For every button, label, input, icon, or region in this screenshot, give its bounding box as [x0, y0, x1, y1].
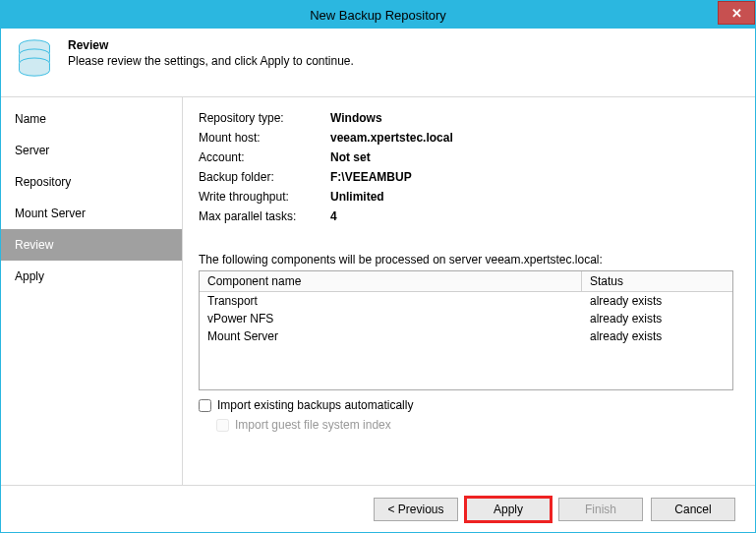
table-header: Component name Status [200, 271, 732, 292]
table-row: Transport already exists [200, 292, 732, 310]
previous-button[interactable]: < Previous [374, 498, 458, 521]
window-title: New Backup Repository [310, 8, 446, 23]
backup-folder-label: Backup folder: [199, 170, 330, 184]
mount-host-value: veeam.xpertstec.local [330, 131, 733, 145]
account-value: Not set [330, 150, 733, 164]
repo-type-label: Repository type: [199, 111, 330, 125]
apply-button[interactable]: Apply [466, 498, 551, 521]
review-details: Repository type: Windows Mount host: vee… [199, 111, 733, 223]
titlebar: New Backup Repository ✕ [1, 1, 755, 29]
close-button[interactable]: ✕ [718, 1, 755, 25]
import-index-row: Import guest file system index [216, 418, 733, 432]
import-index-checkbox [216, 419, 229, 432]
sidebar-item-review[interactable]: Review [1, 229, 182, 261]
sidebar-item-repository[interactable]: Repository [1, 166, 182, 198]
sidebar-item-name[interactable]: Name [1, 103, 182, 135]
sidebar-item-apply[interactable]: Apply [1, 261, 182, 292]
components-intro: The following components will be process… [199, 253, 733, 266]
header-text: Review Please review the settings, and c… [68, 38, 354, 68]
col-header-name[interactable]: Component name [200, 271, 582, 292]
component-name: Mount Server [200, 327, 582, 345]
max-parallel-value: 4 [330, 209, 733, 223]
wizard-sidebar: Name Server Repository Mount Server Revi… [1, 97, 183, 485]
mount-host-label: Mount host: [199, 131, 330, 145]
write-throughput-label: Write throughput: [199, 190, 330, 204]
finish-button: Finish [558, 498, 643, 521]
component-name: Transport [200, 292, 582, 310]
component-status: already exists [582, 310, 732, 327]
account-label: Account: [199, 150, 330, 164]
wizard-body: Name Server Repository Mount Server Revi… [1, 97, 755, 485]
import-backups-checkbox[interactable] [199, 399, 211, 412]
import-backups-row[interactable]: Import existing backups automatically [199, 398, 733, 412]
import-backups-label: Import existing backups automatically [217, 398, 413, 412]
component-name: vPower NFS [200, 310, 582, 327]
sidebar-item-server[interactable]: Server [1, 135, 182, 166]
close-icon: ✕ [731, 6, 742, 21]
cancel-button[interactable]: Cancel [651, 498, 735, 521]
wizard-window: New Backup Repository ✕ Review Please re… [0, 0, 756, 533]
max-parallel-label: Max parallel tasks: [199, 209, 330, 223]
table-row: vPower NFS already exists [200, 310, 732, 327]
backup-folder-value: F:\VEEAMBUP [330, 170, 733, 184]
import-index-label: Import guest file system index [235, 418, 391, 432]
component-status: already exists [582, 292, 732, 310]
table-row: Mount Server already exists [200, 327, 732, 345]
repository-icon [15, 38, 54, 78]
col-header-spacer [715, 271, 732, 292]
repo-type-value: Windows [330, 111, 733, 125]
wizard-header: Review Please review the settings, and c… [1, 29, 755, 97]
col-header-status[interactable]: Status [582, 271, 715, 292]
sidebar-item-mount-server[interactable]: Mount Server [1, 198, 182, 229]
components-table: Component name Status Transport already … [199, 270, 733, 390]
content-panel: Repository type: Windows Mount host: vee… [183, 97, 755, 485]
wizard-footer: < Previous Apply Finish Cancel [1, 485, 755, 532]
component-status: already exists [582, 327, 732, 345]
header-title: Review [68, 38, 354, 52]
header-subtitle: Please review the settings, and click Ap… [68, 54, 354, 68]
write-throughput-value: Unlimited [330, 190, 733, 204]
